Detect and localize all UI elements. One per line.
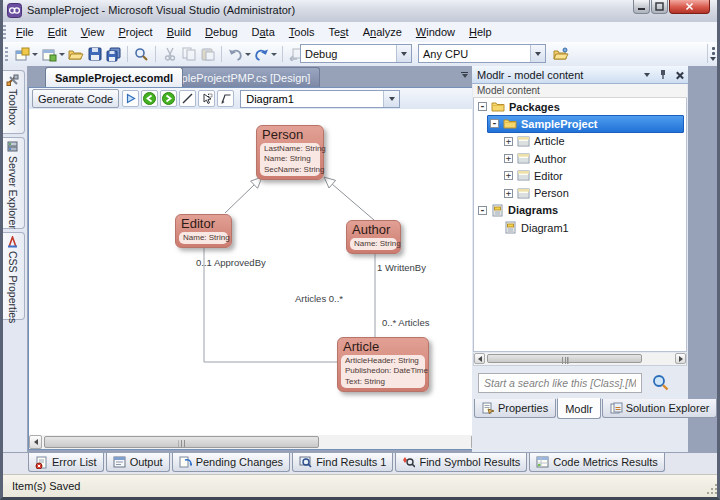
tab-find-results-1[interactable]: Find Results 1: [292, 453, 393, 472]
save-all-button[interactable]: [105, 45, 122, 63]
collapse-icon[interactable]: -: [490, 119, 499, 128]
diagram-select-caret-icon[interactable]: [383, 91, 399, 107]
search-icon[interactable]: [652, 374, 669, 391]
undo-button[interactable]: [227, 45, 244, 63]
tree-item-sampleproject[interactable]: - SampleProject: [487, 115, 684, 132]
tree-item-diagrams[interactable]: - Diagrams: [474, 202, 686, 219]
tab-error-list[interactable]: Error List: [28, 453, 104, 472]
modlr-panel-titlebar[interactable]: Modlr - model content: [472, 66, 688, 84]
scroll-left-icon[interactable]: [474, 353, 485, 364]
menu-window[interactable]: Window: [409, 24, 462, 40]
tree-scroll-thumb[interactable]: [487, 354, 642, 363]
redo-caret-icon[interactable]: [271, 53, 277, 56]
menu-debug[interactable]: Debug: [198, 24, 244, 40]
pin-icon[interactable]: [656, 69, 670, 80]
cut-button[interactable]: [161, 45, 178, 63]
tab-find-symbol-results[interactable]: Find Symbol Results: [395, 453, 527, 472]
class-attributes: LastName: String Name: String SecName: S…: [260, 143, 320, 176]
maximize-button[interactable]: [651, 0, 668, 14]
save-button[interactable]: [86, 45, 103, 63]
minimize-button[interactable]: [633, 0, 650, 14]
navigate-next-diagram-button[interactable]: [160, 90, 177, 107]
tree-item-author[interactable]: + Author: [474, 150, 686, 167]
tab-sampleproject-ecomdl[interactable]: SampleProject.ecomdl: [45, 67, 183, 87]
title-bar[interactable]: SampleProject - Microsoft Visual Studio …: [0, 0, 720, 23]
tree-item-packages[interactable]: - Packages: [474, 98, 686, 115]
run-button[interactable]: [122, 90, 139, 107]
undo-caret-icon[interactable]: [245, 53, 251, 56]
tab-output[interactable]: Output: [106, 453, 170, 472]
class-icon: [517, 187, 530, 200]
diagram-canvas[interactable]: Person LastName: String Name: String Sec…: [29, 109, 484, 435]
menu-test[interactable]: Test: [321, 24, 355, 40]
expand-icon[interactable]: +: [504, 189, 513, 198]
window-position-icon[interactable]: [640, 73, 654, 77]
diagram-select-combo[interactable]: Diagram1: [240, 90, 400, 108]
open-file-button[interactable]: [67, 45, 84, 63]
class-name: Editor: [181, 216, 228, 231]
sidebar-tab-server-explorer[interactable]: Server Explorer: [1, 137, 25, 229]
toolbar-overflow-button[interactable]: [707, 44, 718, 63]
redo-button[interactable]: [253, 45, 270, 63]
tree-horizontal-scrollbar[interactable]: [473, 353, 687, 366]
close-button[interactable]: [669, 0, 710, 14]
scroll-left-icon[interactable]: [29, 435, 42, 449]
debug-config-caret-icon[interactable]: [396, 45, 411, 62]
tree-item-article[interactable]: + Article: [474, 133, 686, 150]
expand-icon[interactable]: +: [504, 154, 513, 163]
add-item-button[interactable]: [40, 45, 58, 63]
expand-icon[interactable]: +: [504, 171, 513, 180]
collapse-icon[interactable]: -: [478, 102, 487, 111]
menu-analyze[interactable]: Analyze: [356, 24, 409, 40]
expand-icon[interactable]: +: [504, 137, 513, 146]
menu-data[interactable]: Data: [245, 24, 282, 40]
search-button[interactable]: [133, 45, 150, 63]
navigate-previous-diagram-button[interactable]: [141, 90, 158, 107]
select-tool[interactable]: [198, 90, 215, 107]
class-box-person[interactable]: Person LastName: String Name: String Sec…: [256, 125, 324, 180]
menu-file[interactable]: File: [9, 24, 41, 40]
menu-project[interactable]: Project: [111, 24, 159, 40]
tab-code-metrics-results[interactable]: Code Metrics Results: [529, 453, 665, 472]
tab-properties[interactable]: Properties: [474, 399, 556, 418]
menu-view[interactable]: View: [74, 24, 112, 40]
tab-solution-explorer[interactable]: Solution Explorer: [602, 399, 718, 418]
paste-button[interactable]: [199, 45, 216, 63]
toolbar-folder-button[interactable]: [552, 45, 570, 63]
draw-line-tool[interactable]: [179, 90, 196, 107]
copy-button[interactable]: [180, 45, 197, 63]
generate-code-button[interactable]: Generate Code: [32, 89, 119, 108]
tab-modlr[interactable]: Modlr: [557, 398, 601, 419]
close-panel-icon[interactable]: [672, 71, 686, 79]
association-tool[interactable]: [217, 90, 234, 107]
class-box-editor[interactable]: Editor Name: String: [175, 214, 232, 248]
sidebar-tab-css-properties[interactable]: CSS Properties: [1, 232, 25, 320]
resize-grip[interactable]: [706, 483, 718, 495]
menu-grip[interactable]: [3, 25, 6, 39]
model-search-input[interactable]: [478, 373, 642, 393]
collapse-icon[interactable]: -: [478, 206, 487, 215]
scroll-right-icon[interactable]: [675, 353, 686, 364]
tree-item-person[interactable]: + Person: [474, 184, 686, 201]
menu-edit[interactable]: Edit: [41, 24, 74, 40]
debug-config-combo[interactable]: Debug: [300, 44, 412, 63]
platform-caret-icon[interactable]: [530, 45, 545, 62]
tree-item-editor[interactable]: + Editor: [474, 167, 686, 184]
sidebar-tab-toolbox[interactable]: Toolbox: [1, 70, 25, 134]
horizontal-scroll-thumb[interactable]: [44, 436, 319, 448]
platform-combo[interactable]: Any CPU: [418, 44, 546, 63]
class-box-article[interactable]: Article ArticleHeader: String Publishedo…: [337, 337, 429, 392]
tree-item-diagram1[interactable]: Diagram1: [474, 219, 686, 236]
canvas-horizontal-scrollbar[interactable]: [29, 435, 484, 449]
folder-icon: [491, 100, 505, 113]
new-project-caret-icon[interactable]: [32, 53, 38, 56]
class-box-author[interactable]: Author Name: String: [346, 220, 401, 254]
toolbar-grip[interactable]: [5, 47, 8, 61]
open-files-menu-button[interactable]: [461, 72, 468, 78]
add-item-caret-icon[interactable]: [59, 53, 65, 56]
tab-pending-changes[interactable]: Pending Changes: [172, 453, 290, 472]
menu-tools[interactable]: Tools: [282, 24, 322, 40]
menu-build[interactable]: Build: [160, 24, 198, 40]
menu-help[interactable]: Help: [462, 24, 499, 40]
new-project-button[interactable]: [13, 45, 31, 63]
